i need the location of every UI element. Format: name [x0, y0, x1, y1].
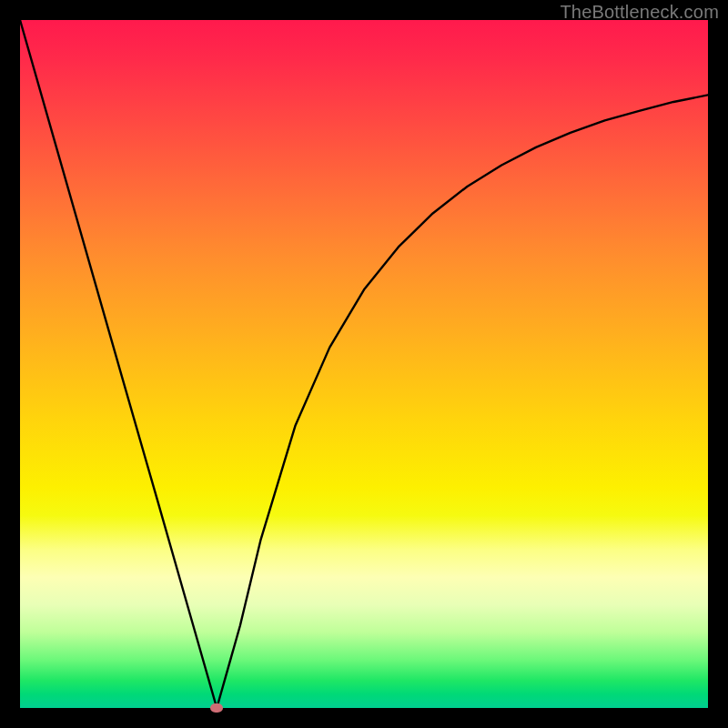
- watermark-text: TheBottleneck.com: [560, 2, 719, 23]
- minimum-marker: [210, 703, 223, 713]
- plot-area: [20, 20, 708, 708]
